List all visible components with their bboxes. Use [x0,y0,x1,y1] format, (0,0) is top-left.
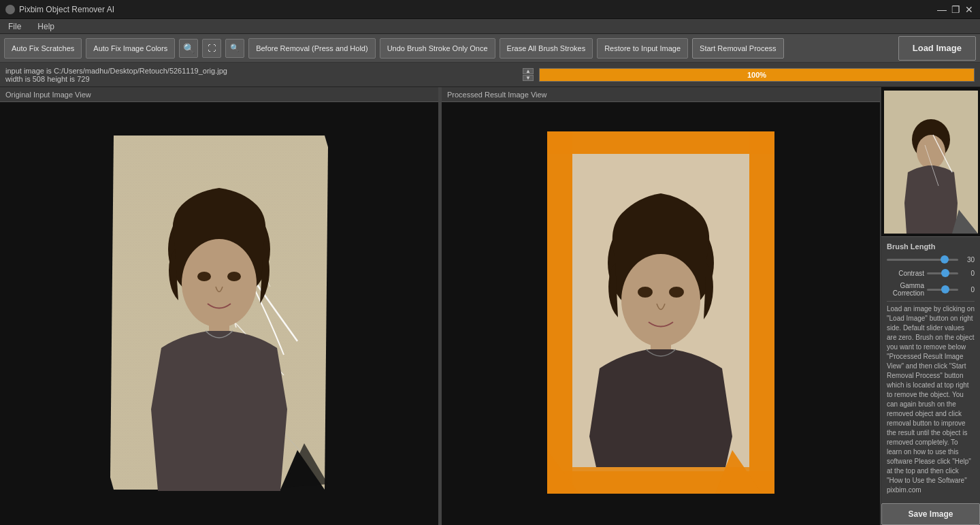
scroll-up-arrow[interactable]: ▲ [523,68,534,74]
contrast-thumb[interactable] [941,269,949,277]
right-panel-content[interactable] [442,102,880,525]
app-title: Pixbim Object Remover AI [19,5,114,14]
undo-brush-button[interactable]: Undo Brush Stroke Only Once [380,38,495,59]
progress-label: 100% [747,71,766,79]
thumbnail-image [884,91,978,234]
contrast-slider[interactable] [927,268,958,278]
maximize-button[interactable]: ❐ [950,4,961,15]
brush-length-title: Brush Length [887,242,975,251]
left-panel-content[interactable] [0,102,438,525]
contrast-row: Contrast 0 [887,268,975,278]
menubar: File Help [0,19,980,34]
main-area: Original Input Image View [0,87,980,525]
right-panel-title: Processed Result Image View [447,91,547,99]
auto-fix-colors-button[interactable]: Auto Fix Image Colors [86,38,175,59]
gamma-row: Gamma Correction 0 [887,282,975,297]
svg-point-23 [638,287,653,298]
save-image-button[interactable]: Save Image [881,503,980,525]
svg-point-24 [669,287,684,298]
fit-button[interactable]: ⛶ [202,39,221,58]
menu-help[interactable]: Help [35,20,57,33]
thumbnail-area [881,87,980,237]
contrast-track [927,272,958,274]
brush-length-slider[interactable] [887,255,958,264]
zoom-in-icon: 🔍 [183,43,195,54]
titlebar-left: Pixbim Object Remover AI [5,5,114,14]
sidebar: Brush Length 30 Contrast 0 [881,87,980,525]
progress-bar: 100% [540,69,974,81]
contrast-value: 0 [961,270,975,277]
brush-length-thumb[interactable] [941,255,949,264]
infobar: input image is C:/Users/madhu/Desktop/Re… [0,63,980,87]
titlebar-controls[interactable]: — ❐ ✕ [936,4,975,15]
image-dimensions: width is 508 height is 729 [5,75,517,83]
svg-point-22 [621,254,700,347]
titlebar: Pixbim Object Remover AI — ❐ ✕ [0,0,980,19]
progress-container: 100% [539,67,975,82]
info-text: input image is C:/Users/madhu/Desktop/Re… [5,67,517,83]
scroll-down-arrow[interactable]: ▼ [523,75,534,81]
svg-rect-27 [749,131,774,494]
app-icon [5,5,15,14]
brush-length-track [887,259,958,261]
scroll-arrows[interactable]: ▲ ▼ [523,68,534,81]
load-image-button[interactable]: Load Image [898,36,976,61]
svg-point-10 [182,239,257,328]
help-text: Load an image by clicking on "Load Image… [887,301,975,498]
gamma-track [927,289,958,291]
gamma-label: Gamma Correction [887,282,924,297]
svg-rect-28 [547,131,774,154]
toolbar: Auto Fix Scratches Auto Fix Image Colors… [0,34,980,63]
minimize-button[interactable]: — [936,4,947,15]
gamma-value: 0 [961,286,975,293]
image-area: Original Input Image View [0,87,881,525]
brush-length-row: 30 [887,255,975,264]
close-button[interactable]: ✕ [964,4,975,15]
left-panel-title: Original Input Image View [5,91,91,99]
gamma-thumb[interactable] [941,285,949,293]
erase-all-button[interactable]: Erase All Brush Strokes [500,38,593,59]
right-panel-header: Processed Result Image View [442,87,880,102]
svg-rect-26 [547,131,572,494]
contrast-label: Contrast [887,270,924,277]
svg-point-12 [227,272,241,281]
start-removal-button[interactable]: Start Removal Process [692,38,783,59]
progress-bar-wrap: 100% [539,68,975,82]
zoom-out-button[interactable]: 🔍 [225,39,244,58]
auto-fix-scratches-button[interactable]: Auto Fix Scratches [4,38,82,59]
svg-point-11 [197,272,211,281]
original-image [93,123,345,505]
controls-area: Brush Length 30 Contrast 0 [881,237,980,500]
restore-button[interactable]: Restore to Input Image [597,38,688,59]
panels: Original Input Image View [0,87,881,525]
before-removal-button[interactable]: Before Removal (Press and Hold) [248,38,375,59]
processed-image [535,123,787,505]
zoom-in-button[interactable]: 🔍 [179,39,198,58]
brush-length-value: 30 [961,256,975,264]
right-panel: Processed Result Image View [442,87,881,525]
menu-file[interactable]: File [5,20,24,33]
zoom-out-icon: 🔍 [230,44,240,52]
left-panel: Original Input Image View [0,87,439,525]
fit-icon: ⛶ [208,44,216,53]
gamma-slider[interactable] [927,285,958,294]
left-panel-header: Original Input Image View [0,87,438,102]
image-path: input image is C:/Users/madhu/Desktop/Re… [5,67,517,75]
